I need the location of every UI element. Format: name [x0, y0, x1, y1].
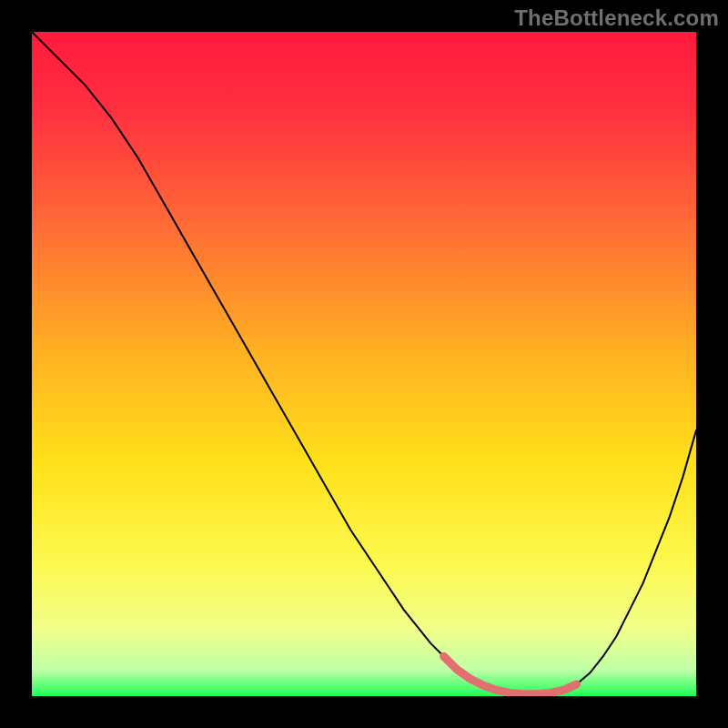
curve-plot — [32, 32, 696, 696]
gradient-background — [32, 32, 696, 696]
chart-container: TheBottleneck.com — [0, 0, 728, 728]
watermark-text: TheBottleneck.com — [514, 5, 719, 31]
